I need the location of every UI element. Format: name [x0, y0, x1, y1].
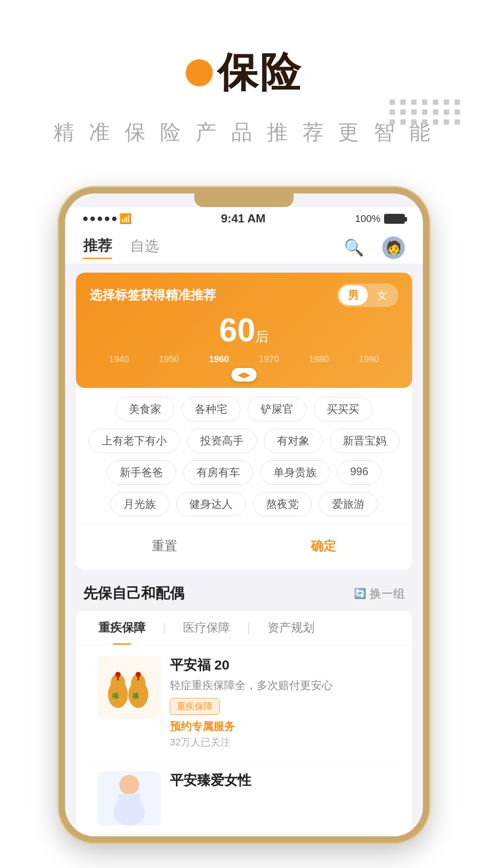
tag-健身达人[interactable]: 健身达人: [176, 492, 246, 516]
slider-arrows-icon: ◀▶: [238, 370, 250, 380]
confirm-button[interactable]: 确定: [284, 533, 363, 559]
signal-dot-4: [105, 217, 109, 221]
change-group-label: 换一组: [370, 586, 405, 602]
tag-row-4: 月光族 健身达人 熬夜党 爱旅游: [85, 492, 403, 516]
year-1940: 1940: [109, 354, 129, 364]
product-info-1: 平安福 20 轻症重疾保障全，多次赔付更安心 重疾保障 预约专属服务 32万人已…: [170, 656, 390, 749]
tab-asset[interactable]: 资产规划: [254, 611, 328, 645]
svg-text:福: 福: [112, 692, 118, 699]
gender-female-btn[interactable]: 女: [368, 285, 397, 305]
avatar[interactable]: 🧑: [382, 236, 405, 259]
product-info-2: 平安臻爱女性: [170, 771, 390, 826]
slider-btn[interactable]: ◀▶: [231, 368, 257, 382]
brand-dot: [186, 59, 213, 86]
product-badge-1: 重疾保障: [170, 698, 220, 715]
tab-medical[interactable]: 医疗保障: [169, 611, 244, 645]
tag-996[interactable]: 996: [337, 460, 381, 485]
status-bar: 📶 9:41 AM 100%: [65, 207, 423, 228]
year-1970: 1970: [259, 354, 279, 364]
product-card-1: 福 福 平安福 20 轻症重疾保障全，多次赔付更安心: [87, 645, 401, 760]
status-right: 100%: [355, 213, 405, 225]
product-cta-1[interactable]: 预约专属服务: [170, 719, 390, 734]
product-tabs-wrap: 重疾保障 | 医疗保障 | 资产规划 福: [76, 611, 412, 836]
product-desc-1: 轻症重疾保障全，多次赔付更安心: [170, 678, 390, 693]
tab-divider-2: |: [247, 621, 250, 635]
tag-row-3: 新手爸爸 有房有车 单身贵族 996: [85, 460, 403, 485]
section-header: 先保自己和配偶 🔄 换一组: [65, 570, 423, 611]
status-left: 📶: [83, 213, 131, 225]
gender-male-btn[interactable]: 男: [339, 285, 368, 305]
tab-divider-1: |: [163, 621, 166, 635]
tag-铲屎官[interactable]: 铲屎官: [248, 397, 306, 421]
top-section: 保险 精 准 保 险 产 品 推 荐 更 智 能: [0, 0, 488, 160]
battery-icon: [384, 214, 405, 224]
svg-point-10: [119, 775, 139, 795]
tag-单身贵族[interactable]: 单身贵族: [260, 460, 330, 485]
tag-美食家[interactable]: 美食家: [116, 397, 174, 421]
tag-投资高手[interactable]: 投资高手: [187, 429, 257, 453]
refresh-icon: 🔄: [354, 588, 366, 599]
brand-text: 保险: [217, 45, 302, 100]
slider-handle[interactable]: ◀▶: [89, 368, 399, 388]
tag-上有老下有小[interactable]: 上有老下有小: [89, 429, 180, 453]
product-img-1: 福 福: [98, 656, 161, 719]
age-suffix: 后: [255, 329, 269, 344]
tag-买买买[interactable]: 买买买: [314, 397, 372, 421]
tag-row-2: 上有老下有小 投资高手 有对象 新晋宝妈: [85, 429, 403, 453]
tag-有对象[interactable]: 有对象: [264, 429, 323, 453]
year-scale: 1940 1950 1960 1970 1980 1990: [89, 350, 399, 368]
search-icon[interactable]: 🔍: [344, 238, 364, 257]
phone-notch: [194, 193, 294, 207]
orange-card-title: 选择标签获得精准推荐: [89, 287, 216, 304]
year-1950: 1950: [159, 354, 179, 364]
svg-text:福: 福: [132, 692, 139, 699]
product-name-2: 平安臻爱女性: [170, 771, 390, 790]
tag-月光族[interactable]: 月光族: [110, 492, 169, 516]
year-1960: 1960: [209, 354, 229, 364]
year-1980: 1980: [309, 354, 329, 364]
tab-critical-illness[interactable]: 重疾保障: [85, 611, 159, 645]
tag-各种宅[interactable]: 各种宅: [182, 397, 240, 421]
dot-grid: [389, 99, 461, 125]
signal-dot-1: [83, 217, 88, 221]
year-1990: 1990: [359, 354, 379, 364]
phone-frame: 📶 9:41 AM 100% 推荐 自选 🔍 🧑 选择标签获得精准推荐: [59, 187, 429, 843]
nav-tab-recommend[interactable]: 推荐: [83, 236, 112, 259]
signal-dot-5: [112, 217, 117, 221]
reset-button[interactable]: 重置: [125, 533, 204, 559]
section-title: 先保自己和配偶: [83, 584, 184, 604]
gender-toggle[interactable]: 男 女: [337, 283, 399, 307]
product-name-1: 平安福 20: [170, 656, 390, 675]
tag-新手爸爸[interactable]: 新手爸爸: [107, 460, 176, 485]
battery-fill: [385, 215, 404, 223]
tag-爱旅游[interactable]: 爱旅游: [319, 492, 378, 516]
brand-title: 保险: [186, 45, 302, 100]
tag-熬夜党[interactable]: 熬夜党: [253, 492, 312, 516]
signal-dot-3: [98, 217, 102, 221]
battery-percent: 100%: [355, 213, 380, 225]
brand-subtitle: 精 准 保 险 产 品 推 荐 更 智 能: [53, 118, 435, 146]
product-follow-1: 32万人已关注: [170, 736, 390, 749]
age-display: 60后: [89, 311, 399, 349]
orange-card-header: 选择标签获得精准推荐 男 女: [89, 283, 399, 307]
age-number: 60: [219, 312, 255, 348]
tags-section: 美食家 各种宅 铲屎官 买买买 上有老下有小 投资高手 有对象 新晋宝妈 新手爸…: [76, 388, 412, 570]
tag-row-1: 美食家 各种宅 铲屎官 买买买: [85, 397, 403, 421]
tag-新晋宝妈[interactable]: 新晋宝妈: [330, 429, 399, 453]
product-img-2: [98, 771, 161, 826]
nav-bar: 推荐 自选 🔍 🧑: [65, 228, 423, 264]
signal-dot-2: [90, 217, 95, 221]
product-illustration-1: 福 福: [102, 658, 156, 717]
change-group-button[interactable]: 🔄 换一组: [354, 586, 405, 602]
nav-tab-custom[interactable]: 自选: [130, 236, 159, 259]
person-illustration: [98, 771, 161, 826]
product-tabs: 重疾保障 | 医疗保障 | 资产规划: [76, 611, 412, 645]
phone-wrapper: 📶 9:41 AM 100% 推荐 自选 🔍 🧑 选择标签获得精准推荐: [0, 187, 488, 843]
svg-point-7: [115, 672, 121, 677]
tag-有房有车[interactable]: 有房有车: [183, 460, 253, 485]
svg-point-8: [136, 672, 141, 677]
wifi-icon: 📶: [119, 213, 131, 225]
action-row: 重置 确定: [85, 524, 403, 570]
status-time: 9:41 AM: [221, 212, 266, 226]
product-card-2: 平安臻爱女性: [87, 760, 401, 836]
